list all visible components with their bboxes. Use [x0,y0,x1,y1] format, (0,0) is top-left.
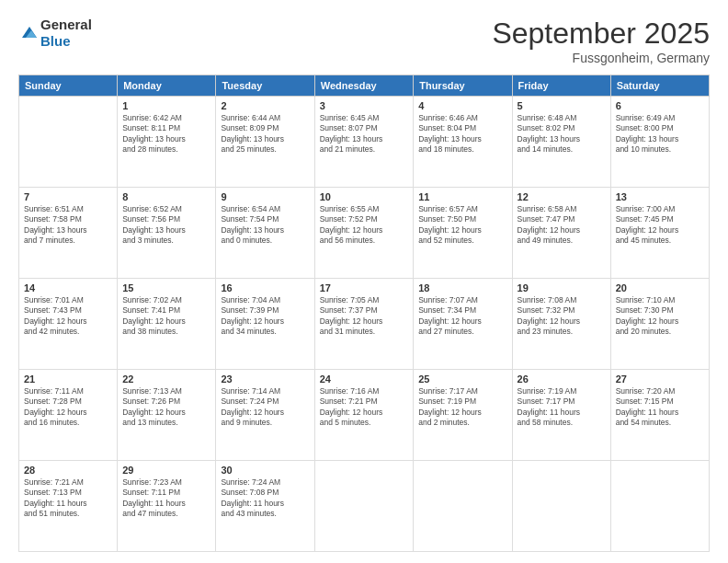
calendar-cell: 7Sunrise: 6:51 AMSunset: 7:58 PMDaylight… [19,188,118,279]
calendar-cell: 6Sunrise: 6:49 AMSunset: 8:00 PMDaylight… [610,97,709,188]
day-number: 11 [418,191,506,202]
day-info: Sunrise: 7:21 AMSunset: 7:13 PMDaylight:… [24,477,112,520]
day-number: 4 [418,100,506,111]
calendar-cell: 15Sunrise: 7:02 AMSunset: 7:41 PMDayligh… [118,279,216,370]
day-number: 1 [122,100,210,111]
day-number: 30 [221,465,309,476]
day-info: Sunrise: 6:51 AMSunset: 7:58 PMDaylight:… [24,204,112,247]
calendar-cell: 22Sunrise: 7:13 AMSunset: 7:26 PMDayligh… [118,370,216,461]
day-number: 18 [418,282,506,293]
day-number: 26 [518,373,606,385]
calendar-cell: 18Sunrise: 7:07 AMSunset: 7:34 PMDayligh… [414,279,512,370]
day-info: Sunrise: 6:44 AMSunset: 8:09 PMDaylight:… [221,113,309,155]
day-info: Sunrise: 7:08 AMSunset: 7:32 PMDaylight:… [518,295,606,338]
day-info: Sunrise: 6:54 AMSunset: 7:54 PMDaylight:… [221,204,309,247]
day-info: Sunrise: 7:05 AMSunset: 7:37 PMDaylight:… [320,295,409,338]
day-number: 25 [418,373,506,385]
calendar-cell [19,97,118,188]
calendar-cell: 27Sunrise: 7:20 AMSunset: 7:15 PMDayligh… [610,370,709,461]
day-number: 12 [518,191,606,202]
calendar-cell: 25Sunrise: 7:17 AMSunset: 7:19 PMDayligh… [414,370,512,461]
day-info: Sunrise: 7:23 AMSunset: 7:11 PMDaylight:… [122,477,210,520]
day-info: Sunrise: 7:16 AMSunset: 7:21 PMDaylight:… [320,386,409,429]
day-number: 6 [616,100,704,111]
calendar-cell: 21Sunrise: 7:11 AMSunset: 7:28 PMDayligh… [19,370,118,461]
day-info: Sunrise: 7:20 AMSunset: 7:15 PMDaylight:… [616,386,704,429]
day-number: 22 [122,373,210,385]
day-info: Sunrise: 7:13 AMSunset: 7:26 PMDaylight:… [122,386,210,429]
day-info: Sunrise: 7:11 AMSunset: 7:28 PMDaylight:… [24,386,112,429]
calendar-cell: 4Sunrise: 6:46 AMSunset: 8:04 PMDaylight… [414,97,512,188]
calendar-cell [610,461,709,552]
page: General Blue September 2025 Fussgonheim,… [0,0,728,563]
header: General Blue September 2025 Fussgonheim,… [18,17,710,65]
weekday-row: SundayMondayTuesdayWednesdayThursdayFrid… [19,75,710,97]
calendar-cell: 23Sunrise: 7:14 AMSunset: 7:24 PMDayligh… [216,370,314,461]
weekday-header: Friday [512,75,610,97]
calendar-week-row: 7Sunrise: 6:51 AMSunset: 7:58 PMDaylight… [19,188,710,279]
logo-text: General Blue [40,17,92,50]
day-info: Sunrise: 7:00 AMSunset: 7:45 PMDaylight:… [616,204,704,247]
calendar-cell: 12Sunrise: 6:58 AMSunset: 7:47 PMDayligh… [512,188,610,279]
calendar-cell: 24Sunrise: 7:16 AMSunset: 7:21 PMDayligh… [314,370,414,461]
weekday-header: Saturday [610,75,709,97]
weekday-header: Sunday [19,75,118,97]
day-number: 3 [320,100,409,111]
day-number: 29 [122,465,210,476]
day-number: 8 [122,191,210,202]
day-info: Sunrise: 6:49 AMSunset: 8:00 PMDaylight:… [616,113,704,155]
day-info: Sunrise: 7:10 AMSunset: 7:30 PMDaylight:… [616,295,704,338]
day-info: Sunrise: 6:52 AMSunset: 7:56 PMDaylight:… [122,204,210,247]
logo-general: General [40,17,92,32]
calendar-week-row: 1Sunrise: 6:42 AMSunset: 8:11 PMDaylight… [19,97,710,188]
day-number: 7 [24,191,112,202]
day-info: Sunrise: 6:42 AMSunset: 8:11 PMDaylight:… [122,113,210,155]
day-number: 27 [616,373,704,385]
weekday-header: Thursday [414,75,512,97]
weekday-header: Monday [118,75,216,97]
calendar-cell: 2Sunrise: 6:44 AMSunset: 8:09 PMDaylight… [216,97,314,188]
day-number: 2 [221,100,309,111]
calendar-cell: 17Sunrise: 7:05 AMSunset: 7:37 PMDayligh… [314,279,414,370]
calendar-header: SundayMondayTuesdayWednesdayThursdayFrid… [19,75,710,97]
day-info: Sunrise: 7:01 AMSunset: 7:43 PMDaylight:… [24,295,112,338]
day-info: Sunrise: 7:02 AMSunset: 7:41 PMDaylight:… [122,295,210,338]
day-number: 19 [518,282,606,293]
day-number: 23 [221,373,309,385]
logo-icon [18,25,39,41]
calendar-cell: 28Sunrise: 7:21 AMSunset: 7:13 PMDayligh… [19,461,118,552]
day-info: Sunrise: 7:17 AMSunset: 7:19 PMDaylight:… [418,386,506,429]
day-info: Sunrise: 6:58 AMSunset: 7:47 PMDaylight:… [518,204,606,247]
calendar-cell: 13Sunrise: 7:00 AMSunset: 7:45 PMDayligh… [610,188,709,279]
day-info: Sunrise: 7:24 AMSunset: 7:08 PMDaylight:… [221,477,309,520]
day-info: Sunrise: 6:45 AMSunset: 8:07 PMDaylight:… [320,113,409,155]
day-info: Sunrise: 7:07 AMSunset: 7:34 PMDaylight:… [418,295,506,338]
day-number: 10 [320,191,409,202]
day-number: 5 [518,100,606,111]
calendar-cell: 1Sunrise: 6:42 AMSunset: 8:11 PMDaylight… [118,97,216,188]
day-info: Sunrise: 7:14 AMSunset: 7:24 PMDaylight:… [221,386,309,429]
calendar-week-row: 28Sunrise: 7:21 AMSunset: 7:13 PMDayligh… [19,461,710,552]
weekday-header: Tuesday [216,75,314,97]
weekday-header: Wednesday [314,75,414,97]
day-info: Sunrise: 7:04 AMSunset: 7:39 PMDaylight:… [221,295,309,338]
calendar-cell: 26Sunrise: 7:19 AMSunset: 7:17 PMDayligh… [512,370,610,461]
calendar-cell: 29Sunrise: 7:23 AMSunset: 7:11 PMDayligh… [118,461,216,552]
day-info: Sunrise: 6:57 AMSunset: 7:50 PMDaylight:… [418,204,506,247]
location: Fussgonheim, Germany [492,51,710,65]
day-info: Sunrise: 6:55 AMSunset: 7:52 PMDaylight:… [320,204,409,247]
calendar-cell: 5Sunrise: 6:48 AMSunset: 8:02 PMDaylight… [512,97,610,188]
day-info: Sunrise: 7:19 AMSunset: 7:17 PMDaylight:… [518,386,606,429]
calendar-cell: 8Sunrise: 6:52 AMSunset: 7:56 PMDaylight… [118,188,216,279]
day-number: 13 [616,191,704,202]
calendar-cell [414,461,512,552]
calendar-body: 1Sunrise: 6:42 AMSunset: 8:11 PMDaylight… [19,97,710,552]
logo: General Blue [18,17,92,50]
day-number: 14 [24,282,112,293]
calendar-week-row: 21Sunrise: 7:11 AMSunset: 7:28 PMDayligh… [19,370,710,461]
logo-blue: Blue [40,33,71,49]
calendar-cell: 9Sunrise: 6:54 AMSunset: 7:54 PMDaylight… [216,188,314,279]
day-number: 9 [221,191,309,202]
calendar-cell: 3Sunrise: 6:45 AMSunset: 8:07 PMDaylight… [314,97,414,188]
day-number: 20 [616,282,704,293]
